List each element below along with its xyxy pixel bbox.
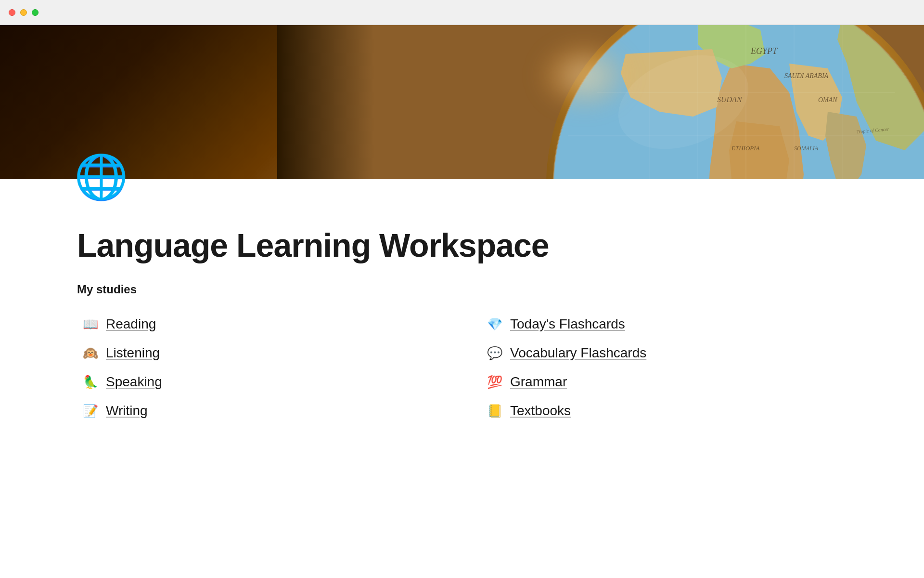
minimize-button[interactable] bbox=[20, 9, 27, 16]
hero-globe-area: EGYPT SAUDI ARABIA SUDAN OMAN ETHIOPIA S… bbox=[277, 25, 924, 179]
page-title: Language Learning Workspace bbox=[77, 227, 847, 263]
window-chrome bbox=[0, 0, 924, 25]
studies-grid: 📖 Reading 🙉 Listening 🦜 Speaking 📝 Writi… bbox=[77, 310, 847, 425]
main-content: Language Learning Workspace My studies 📖… bbox=[0, 218, 924, 555]
study-item-today's-flashcards[interactable]: 💎 Today's Flashcards bbox=[481, 310, 847, 339]
svg-text:SAUDI ARABIA: SAUDI ARABIA bbox=[784, 72, 829, 79]
study-label-right-3: Textbooks bbox=[510, 403, 571, 419]
close-button[interactable] bbox=[9, 9, 15, 16]
study-label-1: Listening bbox=[106, 345, 160, 361]
left-column: 📖 Reading 🙉 Listening 🦜 Speaking 📝 Writi… bbox=[77, 310, 443, 425]
study-emoji-right-3: 📒 bbox=[487, 405, 502, 417]
study-item-grammar[interactable]: 💯 Grammar bbox=[481, 368, 847, 396]
study-emoji-right-1: 💬 bbox=[487, 347, 502, 359]
study-item-reading[interactable]: 📖 Reading bbox=[77, 310, 443, 339]
svg-text:SOMALIA: SOMALIA bbox=[794, 145, 819, 152]
study-label-0: Reading bbox=[106, 316, 156, 332]
study-label-right-2: Grammar bbox=[510, 374, 567, 390]
study-item-vocabulary-flashcards[interactable]: 💬 Vocabulary Flashcards bbox=[481, 339, 847, 368]
svg-text:OMAN: OMAN bbox=[818, 96, 837, 104]
study-label-3: Writing bbox=[106, 403, 148, 419]
study-label-2: Speaking bbox=[106, 374, 162, 390]
svg-text:ETHIOPIA: ETHIOPIA bbox=[731, 144, 760, 152]
study-item-textbooks[interactable]: 📒 Textbooks bbox=[481, 396, 847, 425]
study-emoji-1: 🙉 bbox=[83, 347, 98, 359]
study-label-right-1: Vocabulary Flashcards bbox=[510, 345, 646, 361]
icon-area: 🌐 bbox=[0, 179, 924, 218]
maximize-button[interactable] bbox=[32, 9, 38, 16]
study-item-writing[interactable]: 📝 Writing bbox=[77, 396, 443, 425]
study-item-speaking[interactable]: 🦜 Speaking bbox=[77, 368, 443, 396]
study-emoji-2: 🦜 bbox=[83, 376, 98, 388]
page-icon: 🌐 bbox=[75, 150, 128, 203]
right-column: 💎 Today's Flashcards 💬 Vocabulary Flashc… bbox=[481, 310, 847, 425]
study-emoji-3: 📝 bbox=[83, 405, 98, 417]
svg-text:EGYPT: EGYPT bbox=[750, 46, 778, 56]
light-blob bbox=[536, 39, 632, 112]
hero-banner: EGYPT SAUDI ARABIA SUDAN OMAN ETHIOPIA S… bbox=[0, 25, 924, 179]
section-heading: My studies bbox=[77, 283, 847, 296]
study-label-right-0: Today's Flashcards bbox=[510, 316, 625, 332]
study-emoji-right-0: 💎 bbox=[487, 318, 502, 330]
study-item-listening[interactable]: 🙉 Listening bbox=[77, 339, 443, 368]
study-emoji-right-2: 💯 bbox=[487, 376, 502, 388]
study-emoji-0: 📖 bbox=[83, 318, 98, 330]
